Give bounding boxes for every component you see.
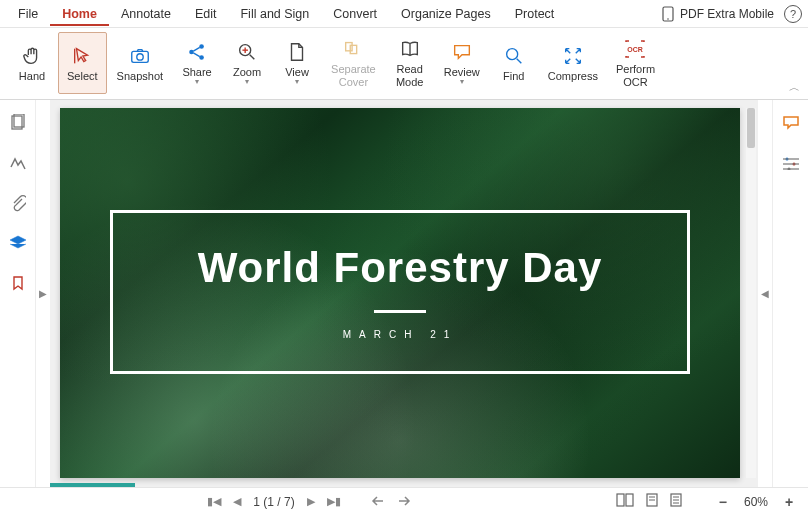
menu-edit[interactable]: Edit: [183, 2, 229, 26]
select-label: Select: [67, 70, 98, 83]
first-page-button[interactable]: ▮◀: [207, 495, 221, 508]
nav-forward-button[interactable]: [397, 495, 411, 509]
share-tool[interactable]: Share ▾: [173, 32, 221, 94]
svg-line-17: [517, 58, 522, 63]
prev-page-button[interactable]: ◀: [233, 495, 241, 508]
expand-left-handle[interactable]: ▶: [36, 100, 50, 487]
view-tool[interactable]: View ▾: [273, 32, 321, 94]
ocr-label: Perform OCR: [616, 63, 655, 88]
zoom-in-button[interactable]: +: [780, 493, 798, 511]
title-divider: [374, 310, 426, 313]
svg-line-9: [193, 53, 199, 57]
pdf-extra-mobile-button[interactable]: PDF Extra Mobile: [662, 6, 774, 22]
menu-organize-pages[interactable]: Organize Pages: [389, 2, 503, 26]
ocr-icon: OCR: [623, 37, 647, 61]
layers-panel-icon[interactable]: [9, 234, 27, 252]
collapse-ribbon-button[interactable]: ︿: [789, 80, 800, 95]
vertical-scrollbar[interactable]: [746, 108, 756, 478]
title-frame: World Forestry Day MARCH 21: [110, 210, 690, 374]
bookmarks-panel-icon[interactable]: [9, 274, 27, 292]
hand-icon: [20, 44, 44, 68]
document-page[interactable]: World Forestry Day MARCH 21: [60, 108, 740, 478]
menu-convert[interactable]: Convert: [321, 2, 389, 26]
mobile-icon: [662, 6, 674, 22]
separate-cover-icon: [341, 37, 365, 61]
svg-point-4: [137, 53, 143, 59]
chevron-down-icon: ▾: [295, 77, 299, 86]
menu-fill-sign[interactable]: Fill and Sign: [228, 2, 321, 26]
document-canvas: World Forestry Day MARCH 21: [50, 100, 758, 487]
snapshot-label: Snapshot: [117, 70, 163, 83]
compress-icon: [561, 44, 585, 68]
comments-panel-icon[interactable]: [782, 114, 800, 132]
svg-rect-27: [617, 494, 624, 506]
page-icon: [285, 40, 309, 64]
document-title: World Forestry Day: [198, 244, 603, 292]
svg-line-8: [193, 47, 199, 51]
progress-fill: [50, 483, 135, 487]
compress-tool[interactable]: Compress: [540, 32, 606, 94]
separate-cover-label: Separate Cover: [331, 63, 376, 88]
share-icon: [185, 40, 209, 64]
menu-file[interactable]: File: [6, 2, 50, 26]
chevron-down-icon: ▾: [245, 77, 249, 86]
book-icon: [398, 37, 422, 61]
zoom-icon: [235, 40, 259, 64]
page-indicator[interactable]: 1 (1 / 7): [253, 495, 294, 509]
svg-point-6: [199, 44, 204, 49]
ocr-tool[interactable]: OCR Perform OCR: [608, 32, 663, 94]
right-sidebar: [772, 100, 808, 487]
ribbon-toolbar: Hand Select Snapshot Share ▾ Zoom ▾ View…: [0, 28, 808, 100]
last-page-button[interactable]: ▶▮: [327, 495, 341, 508]
compress-label: Compress: [548, 70, 598, 83]
hand-tool[interactable]: Hand: [8, 32, 56, 94]
find-label: Find: [503, 70, 524, 83]
select-tool[interactable]: Select: [58, 32, 107, 94]
expand-right-handle[interactable]: ◀: [758, 100, 772, 487]
left-sidebar: [0, 100, 36, 487]
separate-cover-tool[interactable]: Separate Cover: [323, 32, 384, 94]
svg-line-11: [250, 54, 255, 59]
zoom-out-button[interactable]: −: [714, 493, 732, 511]
svg-rect-15: [351, 46, 357, 54]
search-icon: [502, 44, 526, 68]
help-button[interactable]: ?: [784, 5, 802, 23]
nav-back-button[interactable]: [371, 495, 385, 509]
menu-annotate[interactable]: Annotate: [109, 2, 183, 26]
pages-panel-icon[interactable]: [9, 114, 27, 132]
svg-rect-14: [346, 43, 352, 51]
document-subtitle: MARCH 21: [343, 329, 458, 340]
menu-home[interactable]: Home: [50, 2, 109, 26]
signature-panel-icon[interactable]: [9, 154, 27, 172]
two-page-view-icon[interactable]: [616, 493, 634, 510]
properties-panel-icon[interactable]: [782, 154, 800, 172]
scrollbar-thumb[interactable]: [747, 108, 755, 148]
svg-point-16: [506, 48, 517, 59]
next-page-button[interactable]: ▶: [307, 495, 315, 508]
find-tool[interactable]: Find: [490, 32, 538, 94]
pdf-mobile-label: PDF Extra Mobile: [680, 7, 774, 21]
svg-rect-28: [626, 494, 633, 506]
status-bar: ▮◀ ◀ 1 (1 / 7) ▶ ▶▮ − 60% +: [0, 487, 808, 515]
single-page-view-icon[interactable]: [646, 493, 658, 510]
main-area: ▶ World Forestry Day MARCH 21 ◀: [0, 100, 808, 487]
chevron-down-icon: ▾: [460, 77, 464, 86]
zoom-tool[interactable]: Zoom ▾: [223, 32, 271, 94]
review-tool[interactable]: Review ▾: [436, 32, 488, 94]
svg-point-7: [199, 55, 204, 60]
progress-bar: [50, 483, 758, 487]
continuous-view-icon[interactable]: [670, 493, 682, 510]
comment-icon: [450, 40, 474, 64]
read-mode-tool[interactable]: Read Mode: [386, 32, 434, 94]
zoom-level[interactable]: 60%: [744, 495, 768, 509]
hand-label: Hand: [19, 70, 45, 83]
svg-point-1: [667, 18, 669, 20]
attachments-panel-icon[interactable]: [9, 194, 27, 212]
select-icon: [70, 44, 94, 68]
menu-protect[interactable]: Protect: [503, 2, 567, 26]
snapshot-tool[interactable]: Snapshot: [109, 32, 171, 94]
camera-icon: [128, 44, 152, 68]
menu-bar: File Home Annotate Edit Fill and Sign Co…: [0, 0, 808, 28]
read-mode-label: Read Mode: [396, 63, 424, 88]
svg-text:OCR: OCR: [628, 46, 644, 53]
